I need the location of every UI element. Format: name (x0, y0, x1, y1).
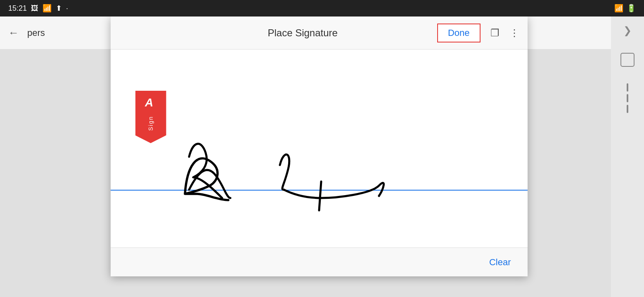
image-icon: 🖼 (31, 4, 38, 13)
lines-button[interactable] (627, 83, 628, 113)
sign-bookmark: A Sign (135, 91, 166, 143)
square-button[interactable] (620, 53, 635, 67)
battery-icon: 🔋 (627, 4, 636, 13)
clear-button[interactable]: Clear (489, 257, 511, 268)
svg-text:A: A (144, 96, 153, 109)
right-panel: ❯ (611, 16, 644, 297)
upload-icon: ⬆ (56, 4, 62, 13)
adobe-acrobat-icon: A (143, 95, 158, 113)
done-button[interactable]: Done (437, 24, 481, 42)
chevron-right-icon[interactable]: ❯ (623, 25, 632, 36)
signal-icon: 📶 (614, 4, 623, 13)
share-icon[interactable]: ❐ (490, 27, 500, 39)
back-icon[interactable]: ← (8, 26, 19, 39)
signature-drawing (164, 132, 453, 223)
modal-footer: Clear (111, 248, 528, 276)
signature-canvas-area[interactable]: A Sign (111, 50, 528, 248)
dot-icon: · (66, 4, 68, 13)
modal-header: Place Signature Done ❐ ⋮ (111, 16, 528, 50)
modal-title: Place Signature (168, 27, 437, 39)
status-bar: 15:21 🖼 📶 ⬆ · 📶 🔋 (0, 0, 644, 16)
status-bar-left: 15:21 🖼 📶 ⬆ · (8, 4, 68, 13)
wifi-icon: 📶 (43, 4, 52, 13)
status-bar-right: 📶 🔋 (614, 4, 636, 13)
place-signature-modal: Place Signature Done ❐ ⋮ A Sign (111, 16, 528, 276)
time-display: 15:21 (8, 4, 27, 13)
sign-label: Sign (147, 116, 154, 131)
more-options-icon[interactable]: ⋮ (509, 27, 519, 39)
modal-overlay: Place Signature Done ❐ ⋮ A Sign (27, 16, 611, 297)
